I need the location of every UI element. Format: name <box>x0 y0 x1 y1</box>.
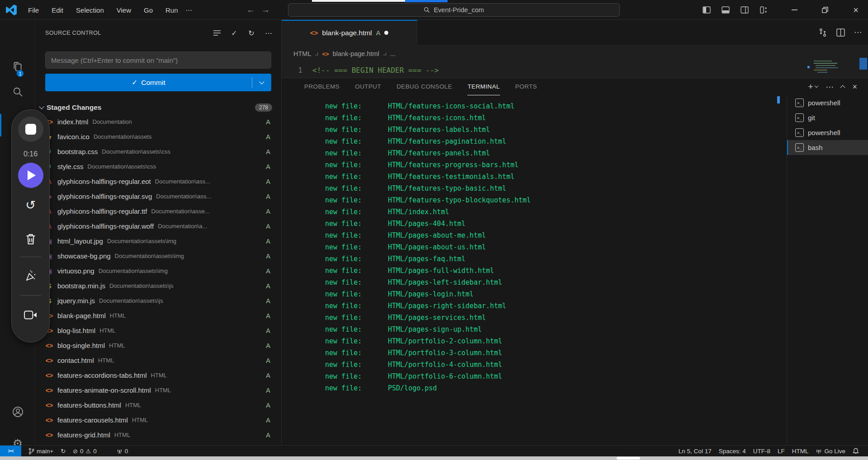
search-sidebar-icon[interactable] <box>0 81 35 103</box>
editor-tab[interactable]: <> blank-page.html A <box>282 20 417 45</box>
go-live-button[interactable]: Go Live <box>812 446 849 457</box>
refresh-icon[interactable]: ↻ <box>247 28 256 38</box>
menu-more-button[interactable]: ⋯ <box>181 5 197 16</box>
sync-changes-button[interactable]: ↻ <box>57 446 69 457</box>
maximize-panel-icon[interactable] <box>840 85 845 90</box>
delete-recording-button[interactable] <box>25 233 36 245</box>
encoding[interactable]: UTF-8 <box>750 446 774 457</box>
nav-forward-icon[interactable]: → <box>261 5 270 15</box>
panel-tab[interactable]: OUTPUT <box>355 78 381 95</box>
staged-file-row[interactable]: S bootstrap.min.js Documentation\assets\… <box>35 278 281 293</box>
staged-file-row[interactable]: ▣ showcase-bg.png Documentation\assets\i… <box>35 249 281 263</box>
staged-file-row[interactable]: A glyphicons-halflings-regular.ttf Docum… <box>35 204 281 219</box>
code-line[interactable]: 1 <!-- === BEGIN HEADER === --> <box>282 63 868 77</box>
terminal-tab[interactable]: >_ git <box>787 110 868 125</box>
panel-tab[interactable]: PROBLEMS <box>304 78 340 95</box>
unsaved-dot-icon[interactable] <box>384 31 388 35</box>
open-changes-icon[interactable] <box>818 28 827 37</box>
problems-status[interactable]: ⊘0 ⚠0 <box>69 446 100 457</box>
staged-file-row[interactable]: <> features-animate-on-scroll.html HTML … <box>35 383 281 398</box>
staged-file-row[interactable]: <> blank-page.html HTML A <box>35 308 281 323</box>
staged-file-row[interactable]: ▣ virtuoso.png Documentation\assets\img … <box>35 263 281 278</box>
breadcrumb-symbol[interactable]: ... <box>390 50 396 57</box>
menu-item[interactable]: File <box>24 5 43 16</box>
staged-file-row[interactable]: ★ favicon.ico Documentation\assets A <box>35 129 281 144</box>
terminal-line: new file: HTML/features-icons.html <box>295 114 783 126</box>
terminal-line: new file: HTML/portfolio-2-column.html <box>295 337 783 349</box>
resume-recording-button[interactable] <box>18 163 43 188</box>
menu-item[interactable]: Edit <box>47 5 68 16</box>
menu-item[interactable]: Go <box>139 5 157 16</box>
close-panel-icon[interactable]: × <box>852 82 857 92</box>
staged-changes-header[interactable]: Staged Changes 278 <box>35 101 281 114</box>
staged-file-row[interactable]: <> features-buttons.html HTML A <box>35 398 281 413</box>
eol-sequence[interactable]: LF <box>774 446 788 457</box>
nav-back-icon[interactable]: ← <box>246 5 255 15</box>
terminal-tab[interactable]: >_ powershell <box>787 95 868 110</box>
commit-message-input[interactable] <box>45 52 271 69</box>
language-mode[interactable]: HTML <box>788 446 812 457</box>
staged-file-row[interactable]: ▣ html_layout.jpg Documentation\assets\i… <box>35 234 281 249</box>
command-center-search[interactable]: Event-Pride_com <box>288 3 620 17</box>
effects-button[interactable] <box>24 270 37 282</box>
staged-file-row[interactable]: A glyphicons-halflings-regular.woff Docu… <box>35 219 281 234</box>
panel-tab[interactable]: DEBUG CONSOLE <box>396 78 452 95</box>
stop-recording-button[interactable] <box>18 117 43 142</box>
status-bar: >< main+ ↻ ⊘0 ⚠0 0 Ln 5, Col 17 Spaces: … <box>0 445 868 456</box>
new-terminal-icon[interactable]: + <box>808 82 813 92</box>
menu-item[interactable]: View <box>112 5 136 16</box>
camera-toggle-button[interactable] <box>24 310 38 320</box>
toggle-primary-sidebar-icon[interactable] <box>699 3 714 17</box>
staged-file-row[interactable]: <> blog-single.html HTML A <box>35 338 281 353</box>
branch-status[interactable]: main+ <box>25 446 57 457</box>
toggle-secondary-sidebar-icon[interactable] <box>737 3 752 17</box>
cursor-position[interactable]: Ln 5, Col 17 <box>675 446 715 457</box>
menu-item[interactable]: Selection <box>71 5 108 16</box>
editor-scrollbar[interactable] <box>859 58 867 70</box>
panel-tab[interactable]: TERMINAL <box>467 78 500 95</box>
warnings-icon: ⚠ <box>85 448 91 455</box>
terminal-line: new file: HTML/pages-services.html <box>295 314 783 325</box>
staged-file-row[interactable]: S jquery.min.js Documentation\assets\js … <box>35 293 281 308</box>
staged-file-row[interactable]: # style.css Documentation\assets\css A <box>35 159 281 174</box>
split-editor-icon[interactable] <box>836 28 845 37</box>
minimap[interactable] <box>811 60 840 76</box>
accounts-icon[interactable] <box>0 401 35 422</box>
restart-recording-button[interactable]: ↺ <box>25 198 36 212</box>
menu-item[interactable]: Run <box>161 5 183 16</box>
more-actions-icon[interactable]: ⋯ <box>826 82 833 92</box>
staged-file-row[interactable]: A glyphicons-halflings-regular.eot Docum… <box>35 174 281 189</box>
staged-file-row[interactable]: <> features-grid.html HTML A <box>35 427 281 442</box>
ports-status[interactable]: 0 <box>113 446 132 457</box>
staged-file-row[interactable]: <> blog-list.html HTML A <box>35 323 281 338</box>
breadcrumb-folder[interactable]: HTML <box>293 50 311 57</box>
terminal-profile-dropdown-icon[interactable] <box>815 84 818 88</box>
staged-file-row[interactable]: <> index.html Documentation A <box>35 114 281 129</box>
commit-button[interactable]: ✓ Commit <box>45 79 252 87</box>
notifications-bell-icon[interactable] <box>849 446 863 457</box>
indentation[interactable]: Spaces: 4 <box>715 446 750 457</box>
staged-file-row[interactable]: <> contact.html HTML A <box>35 353 281 368</box>
minimize-icon[interactable] <box>787 3 802 17</box>
terminal-tab[interactable]: >_ powershell <box>787 125 868 140</box>
terminal-tab[interactable]: >_ bash <box>787 140 868 155</box>
staged-file-row[interactable]: <> features-accordions-tabs.html HTML A <box>35 368 281 383</box>
view-as-list-icon[interactable] <box>212 28 222 38</box>
file-name: glyphicons-halflings-regular.woff <box>57 222 154 230</box>
more-actions-icon[interactable]: ⋯ <box>264 28 273 38</box>
more-actions-icon[interactable]: ⋯ <box>854 28 862 37</box>
remote-indicator[interactable]: >< <box>0 446 21 457</box>
close-icon[interactable]: × <box>848 3 863 17</box>
toggle-panel-icon[interactable] <box>718 3 733 17</box>
file-path: HTML <box>155 387 262 394</box>
commit-dropdown-button[interactable] <box>252 82 271 84</box>
staged-file-row[interactable]: <> features-carousels.html HTML A <box>35 413 281 427</box>
breadcrumb-file[interactable]: blank-page.html <box>333 50 379 57</box>
restore-icon[interactable] <box>817 3 833 17</box>
staged-file-row[interactable]: # bootstrap.css Documentation\assets\css… <box>35 144 281 159</box>
commit-check-icon[interactable]: ✓ <box>230 28 239 38</box>
customize-layout-icon[interactable] <box>756 3 771 17</box>
staged-file-row[interactable]: ◈ glyphicons-halflings-regular.svg Docum… <box>35 189 281 204</box>
terminal-scrollbar[interactable] <box>777 96 780 103</box>
panel-tab[interactable]: PORTS <box>515 78 537 95</box>
